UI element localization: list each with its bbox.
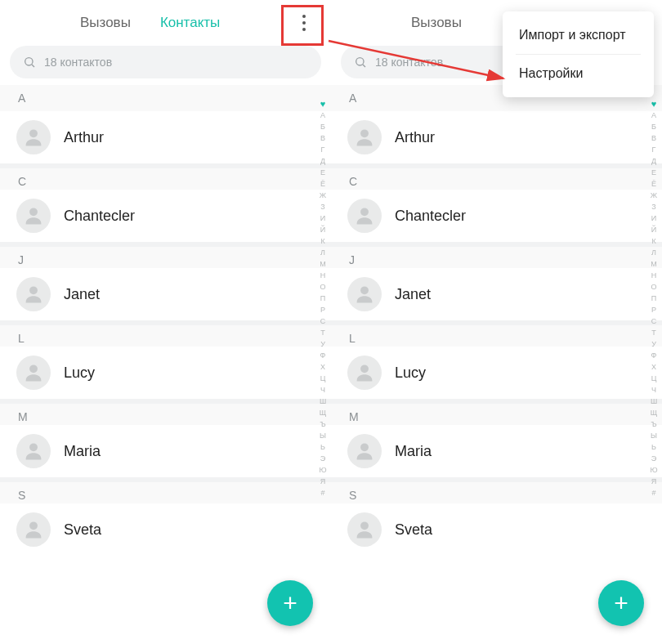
index-letter[interactable]: П — [647, 293, 660, 304]
index-letter[interactable]: С — [647, 315, 660, 327]
avatar-icon — [347, 512, 382, 547]
index-letter[interactable]: Ю — [316, 464, 329, 476]
index-letter[interactable]: Ж — [647, 190, 660, 201]
index-letter[interactable]: Ь — [647, 441, 660, 453]
search-input[interactable]: 18 контактов — [10, 46, 321, 78]
contact-row[interactable]: Sveta — [331, 503, 662, 556]
index-letter[interactable]: Ю — [647, 464, 660, 476]
index-letter[interactable]: Х — [647, 361, 660, 373]
index-letter[interactable]: Я — [316, 476, 329, 487]
index-letter[interactable]: Р — [647, 304, 660, 315]
index-letter[interactable]: Ь — [316, 441, 329, 453]
index-letter[interactable]: И — [316, 212, 329, 224]
section-header: M — [331, 399, 662, 425]
index-letter[interactable]: # — [647, 487, 660, 499]
index-letter[interactable]: З — [647, 201, 660, 212]
fab-add-contact[interactable]: + — [598, 580, 644, 626]
contact-row[interactable]: Arthur — [331, 111, 662, 163]
index-letter[interactable]: Е — [316, 167, 329, 178]
contact-row[interactable]: Chantecler — [0, 190, 331, 242]
index-letter[interactable]: У — [316, 338, 329, 350]
index-letter[interactable]: Ц — [647, 373, 660, 384]
index-letter[interactable]: Э — [316, 453, 329, 464]
index-letter[interactable]: Ж — [316, 190, 329, 201]
index-letter[interactable]: Б — [316, 121, 329, 132]
index-letter[interactable]: Э — [647, 453, 660, 464]
index-letter[interactable]: Н — [647, 270, 660, 281]
menu-settings[interactable]: Настройки — [503, 55, 654, 92]
index-letter[interactable]: Г — [316, 144, 329, 155]
contact-row[interactable]: Lucy — [331, 347, 662, 399]
index-letter[interactable]: Т — [316, 327, 329, 338]
index-letter[interactable]: Н — [316, 270, 329, 281]
section-header: S — [0, 477, 331, 503]
index-letter[interactable]: Ш — [647, 396, 660, 407]
contact-row[interactable]: Janet — [0, 268, 331, 320]
index-letter[interactable]: М — [647, 258, 660, 270]
index-letter[interactable]: Й — [316, 224, 329, 235]
index-letter[interactable]: Ё — [647, 178, 660, 190]
index-letter[interactable]: Я — [647, 476, 660, 487]
index-letter[interactable]: К — [647, 235, 660, 247]
index-letter[interactable]: # — [316, 487, 329, 499]
section-header: C — [331, 163, 662, 190]
contact-row[interactable]: Sveta — [0, 503, 331, 556]
index-letter[interactable]: Г — [647, 144, 660, 155]
index-letter[interactable]: У — [647, 338, 660, 350]
index-letter[interactable]: В — [647, 132, 660, 144]
index-letter[interactable]: Й — [647, 224, 660, 235]
favorites-heart-icon[interactable]: ♥ — [647, 98, 660, 110]
index-letter[interactable]: М — [316, 258, 329, 270]
index-letter[interactable]: Ы — [647, 430, 660, 441]
index-letter[interactable]: П — [316, 293, 329, 304]
index-letter[interactable]: Д — [647, 155, 660, 167]
contact-row[interactable]: Arthur — [0, 111, 331, 163]
index-letter[interactable]: Ч — [316, 384, 329, 396]
alpha-index-right[interactable]: ♥АБВГДЕЁЖЗИЙКЛМНОПРСТУФХЦЧШЩЪЫЬЭЮЯ# — [647, 98, 660, 499]
alpha-index-left[interactable]: ♥АБВГДЕЁЖЗИЙКЛМНОПРСТУФХЦЧШЩЪЫЬЭЮЯ# — [316, 98, 329, 499]
index-letter[interactable]: Щ — [316, 407, 329, 418]
index-letter[interactable]: Ъ — [316, 418, 329, 430]
index-letter[interactable]: Ы — [316, 430, 329, 441]
contacts-list-right[interactable]: АArthurCChanteclerJJanetLLucyMMariaSSvet… — [331, 85, 662, 556]
index-letter[interactable]: Т — [647, 327, 660, 338]
contact-row[interactable]: Maria — [0, 425, 331, 477]
tab-calls[interactable]: Вызовы — [65, 0, 145, 46]
index-letter[interactable]: Б — [647, 121, 660, 132]
index-letter[interactable]: Ф — [647, 350, 660, 361]
index-letter[interactable]: Д — [316, 155, 329, 167]
contact-row[interactable]: Chantecler — [331, 190, 662, 242]
contact-name: Sveta — [64, 521, 101, 539]
contact-row[interactable]: Lucy — [0, 347, 331, 399]
tab-calls[interactable]: Вызовы — [396, 0, 476, 46]
index-letter[interactable]: Л — [647, 247, 660, 258]
index-letter[interactable]: Е — [647, 167, 660, 178]
contact-row[interactable]: Janet — [331, 268, 662, 320]
index-letter[interactable]: В — [316, 132, 329, 144]
index-letter[interactable]: Ё — [316, 178, 329, 190]
more-button[interactable] — [287, 6, 321, 40]
index-letter[interactable]: Ф — [316, 350, 329, 361]
index-letter[interactable]: Х — [316, 361, 329, 373]
index-letter[interactable]: З — [316, 201, 329, 212]
index-letter[interactable]: С — [316, 315, 329, 327]
favorites-heart-icon[interactable]: ♥ — [316, 98, 329, 110]
index-letter[interactable]: Ч — [647, 384, 660, 396]
index-letter[interactable]: А — [647, 110, 660, 121]
menu-import-export[interactable]: Импорт и экспорт — [503, 16, 654, 54]
index-letter[interactable]: Ъ — [647, 418, 660, 430]
contact-row[interactable]: Maria — [331, 425, 662, 477]
index-letter[interactable]: О — [316, 281, 329, 293]
index-letter[interactable]: Л — [316, 247, 329, 258]
index-letter[interactable]: К — [316, 235, 329, 247]
index-letter[interactable]: Ш — [316, 396, 329, 407]
index-letter[interactable]: И — [647, 212, 660, 224]
index-letter[interactable]: Щ — [647, 407, 660, 418]
index-letter[interactable]: Р — [316, 304, 329, 315]
tab-contacts[interactable]: Контакты — [145, 0, 235, 46]
index-letter[interactable]: О — [647, 281, 660, 293]
index-letter[interactable]: А — [316, 110, 329, 121]
fab-add-contact[interactable]: + — [267, 580, 313, 626]
index-letter[interactable]: Ц — [316, 373, 329, 384]
contacts-list-left[interactable]: АArthurCChanteclerJJanetLLucyMMariaSSvet… — [0, 85, 331, 556]
